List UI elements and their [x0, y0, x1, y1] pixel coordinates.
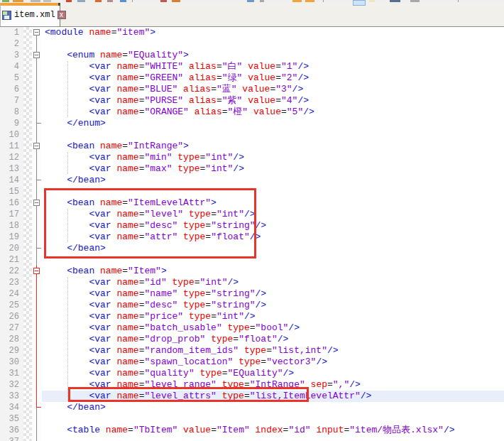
code-line[interactable]: <var name="id" type="int"/>: [42, 277, 504, 288]
bookmark-margin-cell[interactable]: [23, 288, 32, 300]
toolbar-icon-fragment[interactable]: [247, 0, 254, 2]
bookmark-margin-cell[interactable]: [23, 402, 32, 413]
bookmark-margin-cell[interactable]: [23, 61, 32, 72]
bookmark-margin-cell[interactable]: [23, 95, 32, 107]
code-line[interactable]: <var name="desc" type="string"/>: [42, 300, 504, 311]
code-line[interactable]: <var name="ORANGE" alias="橙" value="5"/>: [42, 107, 504, 118]
toolbar-icon-fragment[interactable]: [13, 0, 23, 2]
code-line[interactable]: <var name="level" type="int"/>: [42, 209, 504, 220]
tab-close-icon[interactable]: x: [57, 11, 66, 19]
code-line[interactable]: <module name="item">: [42, 27, 504, 38]
toolbar-icon-fragment[interactable]: [260, 0, 264, 2]
toolbar-icon-fragment[interactable]: [369, 0, 375, 2]
bookmark-margin-cell[interactable]: [23, 163, 32, 175]
code-line[interactable]: <bean name="Item">: [42, 266, 504, 277]
bookmark-margin-cell[interactable]: [23, 254, 32, 266]
bookmark-margin-cell[interactable]: [23, 334, 32, 345]
code-line[interactable]: </bean>: [42, 402, 504, 413]
code-line[interactable]: [42, 129, 504, 141]
bookmark-margin-cell[interactable]: [23, 38, 32, 50]
fold-collapse-box[interactable]: [33, 200, 40, 206]
bookmark-margin-cell[interactable]: [23, 322, 32, 334]
toolbar-icon-fragment[interactable]: [31, 0, 40, 2]
fold-margin-cell[interactable]: [32, 27, 42, 38]
toolbar-icon-fragment[interactable]: [120, 0, 126, 2]
fold-margin-cell[interactable]: [32, 197, 42, 209]
bookmark-margin-cell[interactable]: [23, 300, 32, 311]
code-line[interactable]: [42, 254, 504, 266]
bookmark-margin-cell[interactable]: [23, 72, 32, 84]
fold-margin-cell[interactable]: [32, 266, 42, 277]
toolbar-icon-fragment[interactable]: [292, 0, 302, 2]
toolbar-icon-fragment[interactable]: [172, 0, 180, 2]
tab-item-xml[interactable]: item.xml x: [0, 3, 60, 26]
bookmark-margin-cell[interactable]: [23, 175, 32, 186]
code-line[interactable]: <table name="TbItem" value="Item" index=…: [42, 425, 504, 436]
toolbar-icon-fragment[interactable]: [353, 0, 366, 6]
code-line[interactable]: <var name="name" type="string"/>: [42, 288, 504, 300]
bookmark-margin-cell[interactable]: [23, 232, 32, 243]
bookmark-margin-cell[interactable]: [23, 197, 32, 209]
code-line[interactable]: [42, 436, 504, 441]
code-line[interactable]: </bean>: [42, 175, 504, 186]
fold-collapse-box[interactable]: [33, 143, 40, 149]
bookmark-margin-cell[interactable]: [23, 243, 32, 254]
bookmark-margin-cell[interactable]: [23, 425, 32, 436]
xml-editor-area[interactable]: 1<module name="item">23 <enum name="EQua…: [0, 27, 504, 441]
code-line[interactable]: <var name="drop_prob" type="float"/>: [42, 334, 504, 345]
bookmark-margin-cell[interactable]: [23, 413, 32, 425]
bookmark-margin-cell[interactable]: [23, 50, 32, 61]
code-line[interactable]: <var name="price" type="int"/>: [42, 311, 504, 322]
bookmark-margin-cell[interactable]: [23, 345, 32, 356]
bookmark-margin-cell[interactable]: [23, 209, 32, 220]
fold-collapse-box[interactable]: [33, 29, 40, 36]
toolbar-icon-fragment[interactable]: [77, 0, 85, 2]
bookmark-margin-cell[interactable]: [23, 107, 32, 118]
code-line[interactable]: <var name="spawn_location" type="vector3…: [42, 356, 504, 368]
code-line[interactable]: <bean name="ItemLevelAttr">: [42, 197, 504, 209]
bookmark-margin-cell[interactable]: [23, 220, 32, 232]
toolbar-icon-fragment[interactable]: [160, 0, 167, 2]
toolbar-icon-fragment[interactable]: [305, 0, 314, 2]
bookmark-margin-cell[interactable]: [23, 118, 32, 129]
code-line[interactable]: <var name="random_item_ids" type="list,i…: [42, 345, 504, 356]
code-line[interactable]: <var name="max" type="int"/>: [42, 163, 504, 175]
toolbar-icon-fragment[interactable]: [43, 0, 51, 2]
bookmark-margin-cell[interactable]: [23, 84, 32, 95]
toolbar-icon-fragment[interactable]: [390, 0, 400, 2]
code-line[interactable]: <var name="desc" type="string"/>: [42, 220, 504, 232]
bookmark-margin-cell[interactable]: [23, 368, 32, 379]
code-line[interactable]: <bean name="IntRange">: [42, 141, 504, 152]
toolbar-icon-fragment[interactable]: [2, 0, 9, 2]
bookmark-margin-cell[interactable]: [23, 141, 32, 152]
toolbar-icon-fragment[interactable]: [132, 0, 133, 2]
code-line[interactable]: <var name="WHITE" alias="白" value="1"/>: [42, 61, 504, 72]
code-line[interactable]: <var name="quality" type="EQuality"/>: [42, 368, 504, 379]
code-line[interactable]: </bean>: [42, 243, 504, 254]
code-line[interactable]: [42, 186, 504, 197]
bookmark-margin-cell[interactable]: [23, 27, 32, 38]
code-line[interactable]: <enum name="EQuality">: [42, 50, 504, 61]
bookmark-margin-cell[interactable]: [23, 356, 32, 368]
fold-margin-cell[interactable]: [32, 141, 42, 152]
bookmark-margin-cell[interactable]: [23, 277, 32, 288]
code-line[interactable]: [42, 413, 504, 425]
toolbar-icon-fragment[interactable]: [66, 0, 72, 2]
bookmark-margin-cell[interactable]: [23, 436, 32, 441]
bookmark-margin-cell[interactable]: [23, 391, 32, 402]
code-line[interactable]: <var name="level_attrs" type="list,ItemL…: [42, 391, 504, 402]
code-line[interactable]: <var name="batch_usable" type="bool"/>: [42, 322, 504, 334]
code-line[interactable]: <var name="BLUE" alias="蓝" value="3"/>: [42, 84, 504, 95]
code-line[interactable]: <var name="PURSE" alias="紫" value="4"/>: [42, 95, 504, 107]
toolbar-icon-fragment[interactable]: [410, 0, 420, 2]
fold-margin-cell[interactable]: [32, 50, 42, 61]
bookmark-margin-cell[interactable]: [23, 186, 32, 197]
bookmark-margin-cell[interactable]: [23, 129, 32, 141]
toolbar-icon-fragment[interactable]: [458, 0, 459, 2]
code-line[interactable]: <var name="level_range" type="IntRange" …: [42, 379, 504, 391]
toolbar-icon-fragment[interactable]: [95, 0, 102, 2]
code-line[interactable]: <var name="min" type="int"/>: [42, 152, 504, 163]
toolbar-icon-fragment[interactable]: [323, 0, 324, 2]
bookmark-margin-cell[interactable]: [23, 266, 32, 277]
fold-collapse-box[interactable]: [33, 268, 40, 274]
